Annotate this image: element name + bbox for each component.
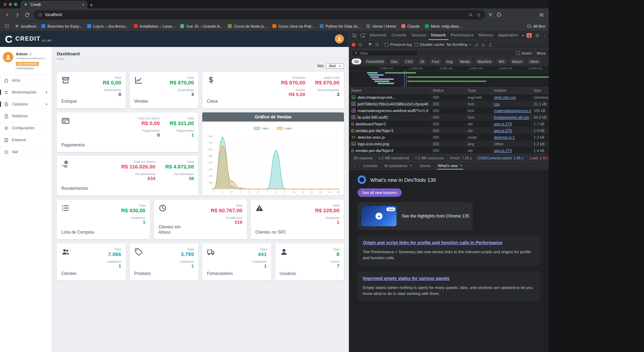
- sidebar-item-movimentacoes[interactable]: Movimentações▼: [0, 87, 52, 98]
- vue-devtools-extension-icon[interactable]: V: [487, 12, 494, 18]
- filter-chip-css[interactable]: CSS: [402, 58, 416, 64]
- request-initiator[interactable]: materialdesignicons.mi...: [494, 109, 531, 113]
- extensions-puzzle-icon[interactable]: [494, 10, 503, 19]
- network-conditions-icon[interactable]: [474, 42, 479, 47]
- bookmark-item-log-in-jira-anron[interactable]: Log in – Jira Anron...: [87, 24, 129, 28]
- column-header-size[interactable]: Size: [531, 88, 549, 94]
- column-header-initiator[interactable]: Initiator: [492, 88, 531, 94]
- filter-chip-all[interactable]: All: [352, 58, 361, 64]
- throttling-select[interactable]: No throttling ▼: [447, 42, 472, 47]
- bookmark-item-localhost[interactable]: Clocalhost: [15, 24, 36, 28]
- bookmark-item-curso-java-na-prat[interactable]: Curso Java na Prát...: [272, 24, 314, 28]
- column-header-name[interactable]: Name: [349, 88, 431, 94]
- window-minimize-button[interactable]: [9, 3, 12, 6]
- see-all-features-button[interactable]: See all new features: [358, 188, 402, 197]
- address-bar[interactable]: localhost: [34, 10, 485, 20]
- filter-chip-fetch-xhr[interactable]: Fetch/XHR: [363, 58, 387, 64]
- filter-chip-font[interactable]: Font: [429, 58, 442, 64]
- devtools-tab-elements[interactable]: Elements: [367, 31, 389, 40]
- network-request-row[interactable]: { }vendas-por-dia?loja=2200xhrapp.js:279…: [349, 147, 549, 154]
- network-request-row[interactable]: materialdesignicons-webfont.woff2?v=1.8.…: [349, 107, 549, 114]
- filter-chip-media[interactable]: Media: [457, 58, 473, 64]
- devtools-tab-console[interactable]: Console: [389, 31, 409, 40]
- window-close-button[interactable]: [4, 3, 7, 6]
- bookmark-star-icon[interactable]: [476, 13, 481, 17]
- column-header-type[interactable]: Type: [466, 88, 492, 94]
- filter-input[interactable]: Filter: [352, 50, 418, 56]
- bookmark-item-installation-larav[interactable]: Installation – Larav...: [134, 24, 175, 28]
- network-request-row[interactable]: data:image/svg+xml,...200svg+xmlstyle.mi…: [349, 94, 549, 101]
- preserve-log-checkbox[interactable]: Preserve log: [385, 42, 412, 47]
- edit-pencil-icon[interactable]: [29, 53, 32, 56]
- highlights-card[interactable]: new ▶ See the highlights from Chrome 135: [358, 202, 473, 230]
- bookmark-item-meet-mdg-zfwq[interactable]: Meet: mdg-zfwq-...: [425, 24, 463, 28]
- export-har-icon[interactable]: [488, 42, 493, 47]
- site-info-icon[interactable]: [38, 13, 42, 17]
- month-select[interactable]: Abril ▼: [326, 63, 344, 69]
- network-request-row[interactable]: { }vendas-por-dia?loja=1200xhrapp.js:279…: [349, 127, 549, 134]
- device-toolbar-icon[interactable]: [350, 31, 358, 40]
- error-count-badge[interactable]: 1: [527, 33, 532, 38]
- request-initiator[interactable]: detector.js:1: [494, 135, 515, 139]
- sidebar-item-configuracoes[interactable]: Configurações: [0, 122, 52, 134]
- bookmark-item-branches-for-easy[interactable]: Branches for Easy...: [41, 24, 82, 28]
- tab-close-icon[interactable]: ×: [82, 2, 84, 7]
- devtools-tab-performance[interactable]: Performance: [448, 31, 476, 40]
- clear-icon[interactable]: [358, 42, 362, 47]
- filter-chip-img[interactable]: Img: [444, 58, 456, 64]
- back-icon[interactable]: [3, 10, 12, 19]
- more-filters-button[interactable]: More filters: [537, 51, 546, 55]
- sidebar-item-sair[interactable]: Sair: [0, 146, 52, 158]
- network-request-row[interactable]: logo-icon-mini.png200pngOther1.2 kB: [349, 140, 549, 147]
- bookmark-item-home-home[interactable]: Home | Home: [366, 24, 396, 28]
- filter-chip-manifest[interactable]: Manifest: [475, 58, 494, 64]
- sidebar-item-empresa[interactable]: Empresa: [0, 134, 52, 146]
- whatsnew-section-link[interactable]: Improved empty states for various panels: [363, 276, 535, 282]
- request-initiator[interactable]: css: [494, 102, 500, 106]
- filter-chip-doc[interactable]: Doc: [388, 58, 401, 64]
- network-request-row[interactable]: pe0TMlmSLYBIv1o4X1M8ce2xCx3yop4tQ...200f…: [349, 101, 549, 107]
- search-icon[interactable]: [375, 42, 379, 47]
- filter-chip-js[interactable]: JS: [417, 58, 427, 64]
- bookmark-item-python-for-data-sc[interactable]: Python for Data Sc...: [320, 24, 361, 28]
- header-avatar[interactable]: [335, 34, 344, 43]
- request-initiator[interactable]: app.js:279: [494, 149, 512, 153]
- filter-chip-wasm[interactable]: Wasm: [509, 58, 525, 64]
- reload-icon[interactable]: [22, 10, 32, 19]
- apps-grid-icon[interactable]: [4, 23, 10, 29]
- devtools-tab-application[interactable]: Application: [496, 31, 520, 40]
- sidebar-item-relatorios[interactable]: Relatórios: [0, 110, 52, 122]
- devtools-menu-icon[interactable]: ⋮: [542, 33, 548, 38]
- sidebar-item-inicio[interactable]: Início: [0, 75, 52, 87]
- import-har-icon[interactable]: [481, 42, 486, 47]
- drawer-tab-ai-assistance[interactable]: AI assistance: [381, 162, 415, 170]
- window-zoom-button[interactable]: [14, 3, 17, 6]
- whatsnew-section-link[interactable]: Origin and script links for profile and …: [363, 240, 535, 246]
- all-bookmarks-button[interactable]: All Bookmarks: [527, 24, 545, 28]
- drawer-tab-issues[interactable]: Issues: [416, 162, 434, 170]
- invert-checkbox[interactable]: Invert: [516, 51, 531, 55]
- request-initiator[interactable]: fontawesome-all.css: [494, 115, 529, 119]
- devtools-tab-network[interactable]: Network: [428, 31, 448, 40]
- request-initiator[interactable]: style.min.css: [494, 95, 516, 99]
- filter-funnel-icon[interactable]: [368, 42, 372, 47]
- forward-icon[interactable]: [13, 10, 22, 19]
- network-overview-timeline[interactable]: 1,000 ms2,000 ms3,000 ms4,000 ms5,000 ms…: [349, 66, 549, 88]
- network-request-row[interactable]: { }dashboard?loja=2200xhrapp.js:2791.7 k…: [349, 120, 549, 127]
- bookmark-item-claude[interactable]: Claude: [401, 24, 420, 28]
- drawer-menu-icon[interactable]: ⋮: [351, 163, 358, 168]
- browser-tab[interactable]: C Credit ×: [21, 1, 87, 8]
- network-request-row[interactable]: detector-exec.js200scriptdetector.js:11.…: [349, 134, 549, 140]
- filter-chip-other[interactable]: Other: [527, 58, 542, 64]
- devtools-tab-memory[interactable]: Memory: [476, 31, 496, 40]
- column-header-status[interactable]: Status: [431, 88, 466, 94]
- inspect-icon[interactable]: [359, 31, 367, 40]
- browser-menu-icon[interactable]: [537, 10, 546, 19]
- new-tab-button[interactable]: +: [87, 1, 96, 8]
- request-initiator[interactable]: app.js:279: [494, 129, 512, 133]
- settings-gear-icon[interactable]: [533, 31, 542, 40]
- drawer-tab-console[interactable]: Console: [360, 162, 380, 170]
- request-initiator[interactable]: app.js:279: [494, 122, 512, 126]
- bookmark-item-vue-js-usando-a[interactable]: Vue JS – Usando A...: [180, 24, 223, 28]
- sidebar-item-cadastros[interactable]: Cadastros▼: [0, 98, 52, 110]
